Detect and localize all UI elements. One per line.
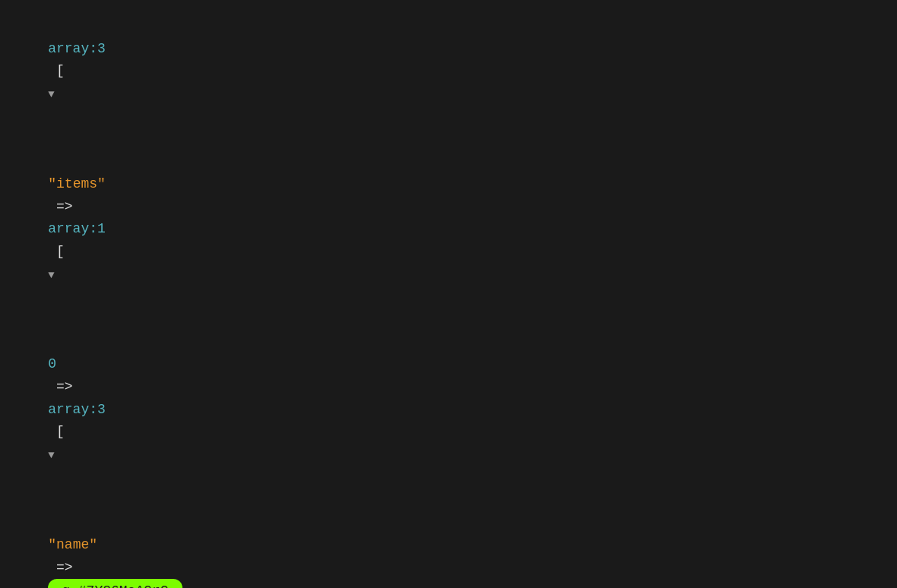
- line-array3: array:3 [ ▼: [15, 15, 882, 128]
- items-key: "items": [48, 176, 106, 191]
- code-viewer: array:3 [ ▼ "items" => array:1 [ ▼ 0 => …: [15, 15, 882, 588]
- name-value-highlight: g #7Y86MaA9rG: [48, 579, 182, 588]
- array1-label: array:1: [48, 221, 106, 236]
- array3-label: array:3: [48, 41, 106, 56]
- bracket-open: [: [48, 63, 65, 78]
- arrow-1: =>: [48, 199, 81, 214]
- triangle-down-3[interactable]: ▼: [48, 449, 54, 461]
- arrow-2: =>: [48, 379, 81, 394]
- line-index0: 0 => array:3 [ ▼: [15, 308, 882, 489]
- index0-label: 0: [48, 356, 56, 371]
- name-key: "name": [48, 537, 97, 552]
- triangle-down-1[interactable]: ▼: [48, 88, 54, 100]
- line-items: "items" => array:1 [ ▼: [15, 128, 882, 308]
- arrow-3: =>: [48, 560, 81, 575]
- line-name: "name" => g #7Y86MaA9rG ": [15, 488, 882, 588]
- array3-inner-label: array:3: [48, 402, 106, 417]
- bracket-3: [: [48, 424, 65, 439]
- bracket-2: [: [48, 244, 65, 259]
- triangle-down-2[interactable]: ▼: [48, 269, 54, 281]
